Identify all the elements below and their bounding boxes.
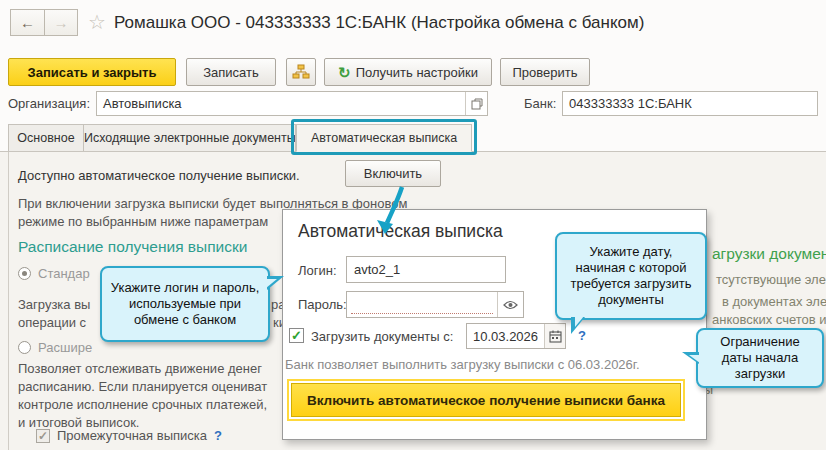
required-field-underline [351,313,493,314]
forward-arrow-icon[interactable] [44,9,78,36]
login-label: Логин: [298,263,337,278]
info-line-2: режиме по выбранным ниже параметрам [18,214,268,229]
password-label: Пароль: [298,297,347,312]
date-input[interactable]: 10.03.2026 [467,324,544,348]
date-field: 10.03.2026 [466,323,566,349]
description-line-3: контроле исполнение срочных платежей, [18,397,267,412]
load-documents-label: Загрузить документы с: [311,329,453,344]
callout-date: Укажите дату, начиная с которой требуетс… [555,232,707,320]
refresh-icon [338,65,351,80]
bank-label: Банк: [524,96,556,111]
bank-value: 043333333 1С:БАНК [569,96,692,111]
open-window-icon [471,98,483,110]
app-window: Ромашка ООО - 043333333 1С:БАНК (Настрой… [0,0,826,450]
organization-input[interactable]: Автовыписка [96,91,488,116]
save-button[interactable]: Записать [186,58,276,86]
description-line-1: Позволяет отслеживать движение денег [18,361,262,376]
checkbox-load-documents[interactable] [289,328,304,343]
favorite-star-icon[interactable] [88,10,106,34]
schedule-section-header: Расписание получения выписки [18,238,247,256]
radio-extended-label: Расшире [38,340,92,355]
hierarchy-icon-button[interactable] [286,58,316,86]
callout-pointer [689,355,700,363]
dialog-title: Автоматическая выписка [298,221,503,242]
callout-login-text: Укажите логин и пароль, используемые при… [110,280,260,329]
callout-date-text: Укажите дату, начиная с которой требуетс… [565,244,697,309]
tab-auto-statement[interactable]: Автоматическая выписка [296,124,472,152]
bg-text-fragment: операции с [18,315,86,330]
login-value: avto2_1 [354,262,400,277]
get-settings-label: Получить настройки [356,65,478,80]
tab-main[interactable]: Основное [8,124,84,152]
org-chart-icon [292,64,310,80]
right-text-line: в документах элек [722,294,826,309]
callout-restriction: Ограничение даты начала загрузки [696,328,824,388]
nav-button-group [10,9,78,36]
radio-selected-icon[interactable] [18,267,31,280]
callout-login-password: Укажите логин и пароль, используемые при… [100,266,270,342]
enable-auto-statement-button[interactable]: Включить автоматическое получение выписк… [291,383,681,417]
intermediate-label: Промежуточная выписка [57,428,207,443]
intermediate-statement-row: Промежуточная выписка ? [36,428,222,443]
tab-outgoing-edocs[interactable]: Исходящие электронные документы [84,124,296,152]
open-field-icon[interactable] [465,92,487,115]
panel-left-border [8,152,9,450]
callout-restriction-text: Ограничение даты начала загрузки [706,334,814,383]
organization-label: Организация: [8,96,90,111]
radio-unselected-icon[interactable] [18,341,31,354]
radio-standard[interactable]: Стандар [18,266,90,281]
bank-input[interactable]: 043333333 1С:БАНК [562,91,818,116]
password-input[interactable] [346,291,524,318]
bank-restriction-text: Банк позволяет выполнить загрузку выписк… [285,357,640,372]
save-and-close-button[interactable]: Записать и закрыть [8,58,176,86]
organization-value: Автовыписка [103,96,182,111]
get-settings-button[interactable]: Получить настройки [324,58,492,86]
radio-extended[interactable]: Расшире [18,340,92,355]
help-question-icon[interactable]: ? [214,428,222,443]
login-input[interactable]: avto2_1 [346,256,506,283]
page-title: Ромашка ООО - 043333333 1С:БАНК (Настрой… [114,13,644,33]
right-text-line: тсутствующие элем [716,272,826,287]
bg-text-fragment: Загрузка вы [18,297,90,312]
calendar-icon[interactable] [544,324,565,348]
callout-pointer [575,316,584,327]
checkbox-intermediate[interactable] [36,429,50,443]
check-button[interactable]: Проверить [500,58,590,86]
available-text: Доступно автоматическое получение выписк… [18,168,300,183]
callout-pointer [266,279,277,288]
radio-standard-label: Стандар [38,266,90,281]
right-text-line: анковских счетов и [712,312,826,327]
back-arrow-icon[interactable] [10,9,44,36]
enable-button[interactable]: Включить [345,160,441,187]
right-section-header: агрузки докумен [712,245,826,263]
show-password-eye-icon[interactable] [497,292,523,317]
description-line-2: расписанию. Если планируется оцениват [18,379,267,394]
